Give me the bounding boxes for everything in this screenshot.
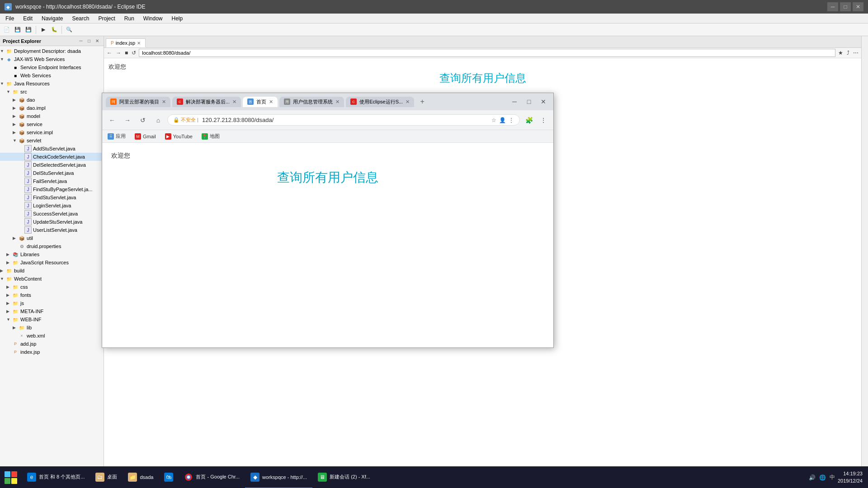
more-icon[interactable]: ⋮ xyxy=(509,117,514,123)
start-button[interactable] xyxy=(0,467,22,488)
taskbar-item-store[interactable]: 🛍 xyxy=(159,467,179,488)
tree-item[interactable]: ▶📚Libraries xyxy=(0,250,104,258)
ime-icon[interactable]: 中 xyxy=(830,474,835,481)
tree-item[interactable]: ▼📁WEB-INF xyxy=(0,315,104,324)
tb-save-all[interactable]: 💾 xyxy=(24,25,33,35)
menu-window[interactable]: Window xyxy=(140,14,166,23)
chrome-back-btn[interactable]: ← xyxy=(106,114,118,127)
chrome-address-bar[interactable]: 🔒 不安全 | 120.27.212.83:8080/dsada/ ☆ 👤 ⋮ xyxy=(167,114,520,126)
chrome-tab-4[interactable]: 用 用户信息管理系统 ✕ xyxy=(279,97,344,107)
tab-close-icon[interactable]: ✕ xyxy=(137,41,141,46)
tree-item[interactable]: ⚙druid.properties xyxy=(0,242,104,250)
eclipse-star-button[interactable]: ★ xyxy=(837,49,844,57)
chrome-min-btn[interactable]: ─ xyxy=(508,95,521,108)
taskbar-item-xfce[interactable]: 🖥 新建会话 (2) - Xf... xyxy=(312,467,376,488)
right-panel[interactable] xyxy=(861,36,868,488)
tree-item[interactable]: JSuccessServlet.java xyxy=(0,210,104,218)
tree-item[interactable]: ▶📁META-INF xyxy=(0,307,104,315)
tree-item[interactable]: ▼📁Java Resources xyxy=(0,80,104,88)
tree-item[interactable]: ▼◆JAX-WS Web Services xyxy=(0,55,104,63)
tb-search[interactable]: 🔍 xyxy=(64,25,74,35)
tree-item[interactable]: JAddStuServlet.java xyxy=(0,145,104,153)
chrome-new-tab[interactable]: + xyxy=(416,95,429,108)
tree-item[interactable]: ▶📦service.impl xyxy=(0,128,104,136)
tree-item[interactable]: ▼📁src xyxy=(0,88,104,96)
menu-navigate[interactable]: Navigate xyxy=(38,14,66,23)
maximize-button[interactable]: □ xyxy=(840,2,851,11)
minimize-button[interactable]: ─ xyxy=(827,2,838,11)
eclipse-stop-button[interactable]: ■ xyxy=(124,49,129,57)
tree-item[interactable]: Padd.jsp xyxy=(0,340,104,348)
volume-icon[interactable]: 🔊 xyxy=(809,474,816,481)
chrome-max-btn[interactable]: □ xyxy=(523,95,535,108)
bookmark-maps[interactable]: 📍 地图 xyxy=(200,132,222,141)
chrome-fwd-btn[interactable]: → xyxy=(121,114,134,127)
eclipse-menu-button[interactable]: ⋯ xyxy=(852,49,859,57)
menu-search[interactable]: Search xyxy=(68,14,93,23)
tree-item[interactable]: ■Web Services xyxy=(0,71,104,80)
editor-tab-index-jsp[interactable]: P index.jsp ✕ xyxy=(106,38,146,47)
chrome-tab-5[interactable]: C 使用Eclipse运行S... ✕ xyxy=(346,97,414,107)
taskbar-item-desktop[interactable]: 🗂 桌面 xyxy=(90,467,123,488)
eclipse-fwd-button[interactable]: → xyxy=(115,49,122,57)
bookmark-gmail[interactable]: M Gmail xyxy=(133,132,158,141)
tb-save[interactable]: 💾 xyxy=(13,25,23,35)
eclipse-url-input[interactable] xyxy=(139,49,835,57)
taskbar-item-browser[interactable]: e 首页 和 8 个其他页... xyxy=(22,467,90,488)
bookmark-youtube[interactable]: ▶ YouTube xyxy=(163,132,194,141)
profile-icon[interactable]: 👤 xyxy=(499,117,506,123)
tree-item[interactable]: ×web.xml xyxy=(0,332,104,340)
network-icon[interactable]: 🌐 xyxy=(819,474,826,481)
menu-edit[interactable]: Edit xyxy=(19,14,36,23)
menu-project[interactable]: Project xyxy=(94,14,118,23)
tab4-close[interactable]: ✕ xyxy=(335,99,340,105)
tree-item[interactable]: ▶📦util xyxy=(0,234,104,242)
tab2-close[interactable]: ✕ xyxy=(232,99,236,105)
chrome-close-btn[interactable]: ✕ xyxy=(537,95,550,108)
bookmark-apps[interactable]: ⠿ 应用 xyxy=(106,132,127,141)
tree-item[interactable]: JFindStuServlet.java xyxy=(0,193,104,202)
taskbar-item-chrome[interactable]: 首页 - Google Chr... xyxy=(179,467,245,488)
tree-item[interactable]: JUserListServlet.java xyxy=(0,226,104,234)
panel-maximize[interactable]: □ xyxy=(85,38,93,45)
tree-item[interactable]: ▼📦servlet xyxy=(0,136,104,145)
tree-item[interactable]: JCheckCodeServlet.java xyxy=(0,153,104,161)
tree-item[interactable]: ▶📦model xyxy=(0,112,104,120)
tree-item[interactable]: ▶📁css xyxy=(0,283,104,291)
tb-run[interactable]: ▶ xyxy=(38,25,48,35)
tree-item[interactable]: ■Service Endpoint Interfaces xyxy=(0,63,104,71)
menu-help[interactable]: Help xyxy=(168,14,187,23)
tree-item[interactable]: JFindStuByPageServlet.ja... xyxy=(0,185,104,193)
panel-close[interactable]: ✕ xyxy=(94,38,101,45)
chrome-ext-btn[interactable]: 🧩 xyxy=(523,114,535,127)
tree-item[interactable]: ▼📁WebContent xyxy=(0,275,104,283)
chrome-tab-2[interactable]: C 解决部署服务器后... ✕ xyxy=(172,97,241,107)
menu-run[interactable]: Run xyxy=(121,14,138,23)
close-button[interactable]: ✕ xyxy=(853,2,863,11)
tree-item[interactable]: JDelSelectedServlet.java xyxy=(0,161,104,169)
chrome-tab-1[interactable]: 阿 阿里云部署的项目 ✕ xyxy=(106,97,170,107)
chrome-reload-btn[interactable]: ↺ xyxy=(137,114,149,127)
taskbar-item-eclipse[interactable]: ◆ workspqce - http://... xyxy=(245,467,312,488)
chrome-home-btn[interactable]: ⌂ xyxy=(152,114,165,127)
tree-item[interactable]: ▶📁JavaScript Resources xyxy=(0,258,104,267)
tree-item[interactable]: ▶📁fonts xyxy=(0,291,104,299)
chrome-tab-3[interactable]: 首 首页 ✕ xyxy=(243,97,278,107)
bookmark-icon[interactable]: ☆ xyxy=(491,117,496,123)
tree-item[interactable]: JLoginServlet.java xyxy=(0,202,104,210)
tab3-close[interactable]: ✕ xyxy=(269,99,273,105)
chrome-menu-btn[interactable]: ⋮ xyxy=(537,114,550,127)
tree-item[interactable]: ▶📁build xyxy=(0,267,104,275)
taskbar-item-dsada[interactable]: 📁 dsada xyxy=(123,467,159,488)
tab1-close[interactable]: ✕ xyxy=(162,99,166,105)
tree-item[interactable]: ▼📁Deployment Descriptor: dsada xyxy=(0,47,104,55)
tb-new[interactable]: 📄 xyxy=(2,25,12,35)
tab5-close[interactable]: ✕ xyxy=(406,99,410,105)
eclipse-back-button[interactable]: ← xyxy=(106,49,113,57)
tree-item[interactable]: Pindex.jsp xyxy=(0,348,104,356)
tree-item[interactable]: ▶📁lib xyxy=(0,324,104,332)
tree-item[interactable]: ▶📦service xyxy=(0,120,104,128)
tree-item[interactable]: ▶📦dao xyxy=(0,96,104,104)
eclipse-refresh-button[interactable]: ↺ xyxy=(131,49,137,57)
tb-debug[interactable]: 🐛 xyxy=(49,25,59,35)
